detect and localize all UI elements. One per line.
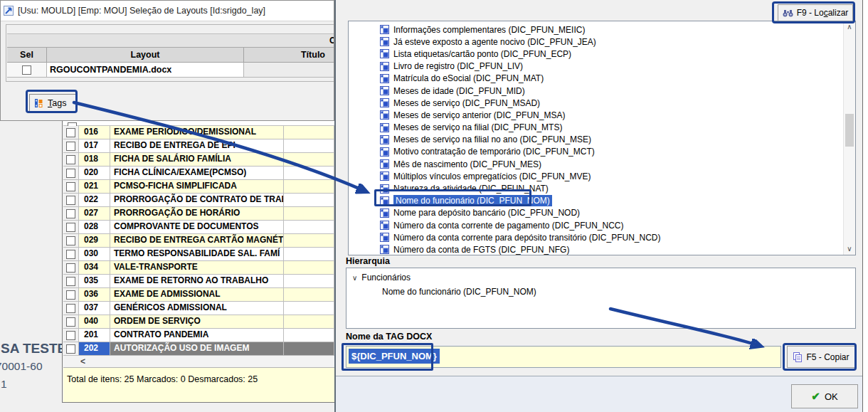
tag-field-item[interactable]: Meses de serviço anterior (DIC_PFUN_MSA) <box>349 109 842 121</box>
tag-field-item[interactable]: Já esteve exposto a agente nocivo (DIC_P… <box>349 36 842 48</box>
row-checkbox[interactable] <box>66 344 75 354</box>
tag-field-item[interactable]: Motivo contratação de temporário (DIC_PF… <box>349 146 842 158</box>
row-checkbox[interactable] <box>66 155 75 164</box>
row-checkbox[interactable] <box>66 263 75 273</box>
tree-collapse-icon[interactable]: ∨ <box>352 274 357 282</box>
document-row[interactable]: 201CONTRATO PANDEMIA <box>63 329 334 342</box>
scroll-down-icon[interactable]: ∨ <box>844 243 855 255</box>
row-checkbox-cell[interactable] <box>63 342 79 356</box>
document-row[interactable]: 035EXAME DE RETORNO AO TRABALHO <box>63 275 334 288</box>
vertical-scrollbar[interactable]: ∧ ∨ <box>843 21 855 255</box>
tags-button[interactable]: Tags <box>29 94 76 112</box>
document-row[interactable]: 020FICHA CLÍNICA/EXAME(PCMSO) <box>63 167 334 180</box>
row-checkbox-cell[interactable] <box>63 167 79 180</box>
document-row[interactable]: 017RECIBO DE ENTREGA DE EPI <box>63 139 334 153</box>
row-number: 030 <box>79 248 110 261</box>
row-title: PCMSO-FICHA SIMPLIFICADA <box>110 180 284 194</box>
row-checkbox[interactable] <box>66 182 75 191</box>
row-checkbox[interactable] <box>66 331 75 340</box>
tag-field-item[interactable]: Mês de nascimento (DIC_PFUN_MES) <box>349 158 842 170</box>
row-checkbox-cell[interactable] <box>63 234 79 248</box>
document-row[interactable]: 029RECIBO DE ENTREGA CARTÃO MAGNÉTI <box>63 234 334 248</box>
scrollbar-thumb[interactable] <box>845 114 854 147</box>
document-row[interactable]: 027PRORROGAÇÃO DE HORÁRIO <box>63 207 334 221</box>
document-row[interactable]: 018FICHA DE SALÁRIO FAMÍLIA <box>63 153 334 167</box>
row-checkbox[interactable] <box>66 196 75 205</box>
tag-field-item[interactable]: Número da conta corrente de pagamento (D… <box>349 219 842 231</box>
row-checkbox[interactable] <box>66 290 75 300</box>
row-checkbox-cell[interactable] <box>63 180 79 194</box>
scroll-left-icon[interactable]: < <box>80 356 85 366</box>
row-checkbox[interactable] <box>66 169 75 178</box>
tag-name-input[interactable]: ${DIC_PFUN_NOM} <box>346 346 781 368</box>
row-checkbox-cell[interactable] <box>63 288 79 302</box>
layout-titulo-cell[interactable] <box>244 63 334 78</box>
document-row[interactable]: 036EXAME DE ADMISSIONAL <box>63 288 334 302</box>
row-checkbox-cell[interactable] <box>63 126 79 139</box>
row-checkbox-cell[interactable] <box>63 261 79 275</box>
tag-field-item[interactable]: Meses de serviço na filial no ano (DIC_P… <box>349 134 842 146</box>
tag-field-item[interactable]: Meses de idade (DIC_PFUN_MID) <box>349 85 842 97</box>
row-checkbox[interactable] <box>66 209 75 218</box>
window-title: [Usu: MOULD] [Emp: MOU] Seleção de Layou… <box>18 1 265 21</box>
row-checkbox-cell[interactable] <box>63 248 79 261</box>
hierarchy-root-node[interactable]: ∨ Funcionários <box>352 273 411 282</box>
row-checkbox-cell[interactable] <box>63 153 79 167</box>
tag-field-item[interactable]: Matrícula do eSocial (DIC_PFUN_MAT) <box>349 73 842 85</box>
row-checkbox[interactable] <box>66 223 75 232</box>
row-checkbox-cell[interactable] <box>63 275 79 288</box>
tag-field-item[interactable]: Número da conta corrente para depósito t… <box>349 231 842 243</box>
row-checkbox-cell[interactable] <box>63 329 79 342</box>
tag-field-item[interactable]: Múltiplos vínculos empregatícios (DIC_PF… <box>349 170 842 182</box>
row-checkbox[interactable] <box>66 128 75 137</box>
row-checkbox[interactable] <box>66 317 75 327</box>
document-row[interactable]: 202AUTORIZAÇÃO USO DE IMAGEM <box>63 342 334 356</box>
row-checkbox-cell[interactable] <box>63 194 79 207</box>
row-title: PRORROGAÇÃO DE CONTRATO DE TRABA <box>110 194 284 207</box>
tag-field-item[interactable]: Meses de serviço (DIC_PFUN_MSAD) <box>349 97 842 109</box>
row-checkbox[interactable] <box>66 304 75 313</box>
horizontal-scrollbar[interactable]: < <box>63 356 334 368</box>
row-checkbox[interactable] <box>66 142 75 151</box>
layout-checkbox[interactable] <box>22 65 31 75</box>
tag-field-item[interactable]: Livro de registro (DIC_PFUN_LIV) <box>349 60 842 73</box>
field-label: Meses de serviço (DIC_PFUN_MSAD) <box>393 98 540 108</box>
document-row[interactable]: 034VALE-TRANSPORTE <box>63 261 334 275</box>
tag-field-item[interactable]: Número da conta de FGTS (DIC_PFUN_NFG) <box>349 243 842 255</box>
row-checkbox[interactable] <box>66 277 75 286</box>
title-bar[interactable]: [Usu: MOULD] [Emp: MOU] Seleção de Layou… <box>1 1 334 21</box>
document-row[interactable]: 021PCMSO-FICHA SIMPLIFICADA <box>63 180 334 194</box>
tag-field-item[interactable]: Meses de serviço na filial (DIC_PFUN_MTS… <box>349 122 842 134</box>
document-row[interactable]: 030TERMO RESPONSABILIDADE SAL. FAMÍ <box>63 248 334 261</box>
field-grid-icon <box>380 147 389 157</box>
document-row[interactable]: 040ORDEM DE SERVIÇO <box>63 315 334 329</box>
row-checkbox-cell[interactable] <box>63 302 79 315</box>
row-title: RECIBO DE ENTREGA DE EPI <box>110 139 284 153</box>
row-checkbox-cell[interactable] <box>63 207 79 221</box>
table-row[interactable]: RGOUCONTPANDEMIA.docx <box>7 63 334 78</box>
row-number: 037 <box>79 302 110 315</box>
layout-name-cell[interactable]: RGOUCONTPANDEMIA.docx <box>47 63 244 78</box>
hierarchy-child-node[interactable]: Nome do funcionário (DIC_PFUN_NOM) <box>382 287 536 297</box>
row-checkbox[interactable] <box>66 250 75 259</box>
document-row[interactable]: 022PRORROGAÇÃO DE CONTRATO DE TRABA <box>63 194 334 207</box>
row-number: 022 <box>79 194 110 207</box>
document-row[interactable]: 016EXAME PERIÓDICO/DEMISSIONAL <box>63 126 334 139</box>
tag-field-item[interactable]: Lista etiquetas/cartão ponto (DIC_PFUN_E… <box>349 48 842 60</box>
row-checkbox-cell[interactable] <box>63 221 79 234</box>
tag-field-item[interactable]: Natureza da atividade (DIC_PFUN_NAT) <box>349 182 842 194</box>
document-row[interactable]: 037GENÉRICOS ADMISSIONAL <box>63 302 334 315</box>
row-checkbox[interactable] <box>66 236 75 245</box>
scroll-up-icon[interactable]: ∧ <box>844 21 855 33</box>
layout-checkbox-cell[interactable] <box>7 63 47 78</box>
document-row[interactable]: 028COMPROVANTE DE DOCUMENTOS <box>63 221 334 234</box>
tag-field-item[interactable]: Nome para depósito bancário (DIC_PFUN_NO… <box>349 207 842 219</box>
row-checkbox-cell[interactable] <box>63 139 79 153</box>
ok-button[interactable]: ✔ OK <box>791 384 858 408</box>
tag-field-item[interactable]: Nome do funcionário (DIC_PFUN_NOM) <box>349 195 842 207</box>
row-checkbox-cell[interactable] <box>63 315 79 329</box>
find-button[interactable]: F9 - Localizar <box>778 4 853 21</box>
tag-fields-items: Informações complementares (DIC_PFUN_MEI… <box>349 23 842 255</box>
tag-field-item[interactable]: Informações complementares (DIC_PFUN_MEI… <box>349 23 842 36</box>
copy-button[interactable]: F5 - Copiar <box>787 346 855 368</box>
